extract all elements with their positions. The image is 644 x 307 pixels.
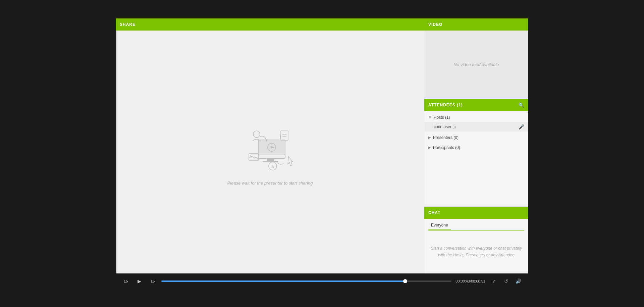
chat-section: CHAT Everyone Start a conversation with … — [424, 206, 528, 273]
refresh-button[interactable]: ↺ — [501, 276, 511, 286]
skip-back-button[interactable]: 15 — [121, 276, 130, 286]
presenters-group: ▶ Presenters (0) — [424, 133, 528, 143]
progress-handle[interactable] — [403, 279, 407, 283]
attendees-title: ATTENDEES (1) — [428, 103, 463, 107]
search-icon[interactable]: 🔍 — [519, 102, 524, 108]
screen-share-icon: ⤢ — [492, 278, 496, 284]
progress-container — [161, 280, 451, 282]
screen-share-button[interactable]: ⤢ — [489, 276, 499, 286]
presenters-label: Presenters (0) — [433, 135, 459, 140]
chat-header: CHAT — [424, 207, 528, 219]
chat-hint-text: Start a conversation with everyone or ch… — [428, 245, 524, 258]
video-title: VIDEO — [428, 22, 442, 27]
svg-text:a: a — [271, 164, 274, 169]
hosts-group: ▼ Hosts (1) conn user )) 🎤 — [424, 112, 528, 133]
play-button[interactable]: ▶ — [135, 276, 144, 286]
chat-content: Everyone Start a conversation with every… — [424, 219, 528, 273]
share-waiting-text: Please wait for the presenter to start s… — [227, 181, 313, 186]
right-controls: ⤢ ↺ 🔊 — [489, 276, 523, 286]
time-display: 00:00:43/00:00:51 — [455, 279, 485, 283]
chat-tabs: Everyone — [428, 221, 524, 231]
video-content: No video feed available — [424, 31, 528, 99]
attendee-name-text: conn user — [434, 124, 451, 129]
attendee-conn-user: conn user )) 🎤 — [424, 122, 528, 132]
share-illustration: a — [236, 118, 304, 175]
skip-forward-button[interactable]: 15 — [148, 276, 157, 286]
chat-tab-everyone[interactable]: Everyone — [428, 221, 451, 231]
progress-bar[interactable] — [161, 280, 451, 282]
svg-rect-2 — [267, 158, 274, 161]
svg-rect-3 — [263, 161, 278, 162]
participants-group-header[interactable]: ▶ Participants (0) — [424, 143, 528, 152]
svg-point-6 — [253, 131, 260, 138]
svg-rect-8 — [281, 131, 288, 140]
refresh-icon: ↺ — [504, 278, 508, 284]
hosts-group-header[interactable]: ▼ Hosts (1) — [424, 113, 528, 122]
progress-fill — [161, 280, 405, 282]
hosts-chevron-down-icon: ▼ — [428, 115, 432, 119]
participants-group: ▶ Participants (0) — [424, 143, 528, 153]
participants-chevron-right-icon: ▶ — [428, 146, 431, 149]
share-illustration-area: a Please wait for the presenter to start… — [227, 118, 313, 186]
right-panel: VIDEO No video feed available ATTENDEES … — [424, 18, 528, 273]
volume-button[interactable]: 🔊 — [514, 276, 523, 286]
share-content: a Please wait for the presenter to start… — [116, 31, 424, 273]
attendees-content: ▼ Hosts (1) conn user )) 🎤 — [424, 111, 528, 206]
share-panel: SHARE — [116, 18, 424, 273]
total-time: 00:00:51 — [471, 279, 485, 283]
microphone-icon[interactable]: 🎤 — [519, 124, 524, 130]
chat-message-area: Start a conversation with everyone or ch… — [428, 233, 524, 271]
volume-icon: 🔊 — [516, 278, 521, 284]
bottom-controls-bar: 15 ▶ 15 00:00:43/00:00:51 ⤢ ↺ — [116, 273, 528, 289]
presenters-group-header[interactable]: ▶ Presenters (0) — [424, 133, 528, 142]
chat-title: CHAT — [428, 210, 440, 215]
participants-label: Participants (0) — [433, 145, 460, 150]
hosts-label: Hosts (1) — [434, 115, 450, 120]
attendees-header: ATTENDEES (1) 🔍 — [424, 99, 528, 111]
current-time: 00:00:43 — [455, 279, 470, 283]
scroll-indicator — [116, 31, 117, 273]
share-header: SHARE — [116, 18, 424, 31]
speaking-icon: )) — [453, 125, 456, 129]
play-icon: ▶ — [138, 278, 141, 284]
no-video-text: No video feed available — [453, 62, 499, 67]
video-header: VIDEO — [424, 18, 528, 31]
share-title: SHARE — [120, 22, 136, 27]
presenters-chevron-right-icon: ▶ — [428, 136, 431, 139]
attendee-name-conn-user: conn user )) — [434, 124, 456, 129]
video-section: VIDEO No video feed available — [424, 18, 528, 99]
attendees-section: ATTENDEES (1) 🔍 ▼ Hosts (1) — [424, 99, 528, 206]
